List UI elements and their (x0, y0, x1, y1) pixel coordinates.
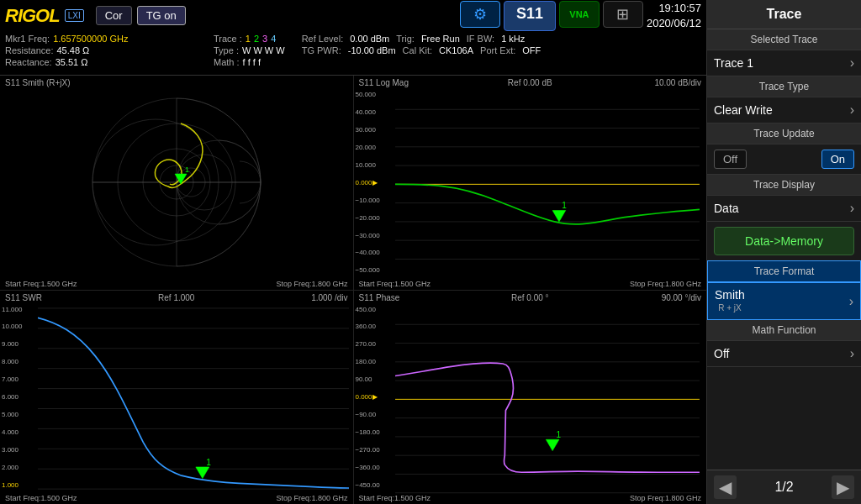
trig-label: Trig: (396, 34, 415, 44)
tg-pwr-value: -10.00 dBm (348, 45, 396, 55)
smith-start-freq: Start Freq:1.500 GHz (5, 280, 77, 288)
selected-trace-arrow: › (850, 55, 854, 71)
reactance-value: 35.51 Ω (55, 57, 88, 67)
trace-format-section: Trace Format (707, 260, 861, 282)
lxi-badge: LXI (65, 9, 84, 22)
smith-chart-panel: S11 Smith (R+jX) Start Freq:1.500 GHz St… (0, 76, 353, 290)
page-indicator: 1/2 (774, 480, 793, 495)
resistance-label: Resistance: (5, 45, 53, 55)
trace-display-item[interactable]: Data › (707, 196, 861, 222)
trace-type-arrow: › (850, 102, 854, 118)
selected-trace-value: Trace 1 (714, 56, 753, 70)
math-label: Math : (214, 57, 240, 67)
logmag-scale: 10.00 dB/div (654, 78, 701, 87)
swr-yaxis: 11.00010.0009.0008.0007.000 6.0005.0004.… (2, 306, 22, 490)
settings-icon-button[interactable]: ⚙ (460, 1, 500, 28)
phase-ref: Ref 0.00 ° (511, 293, 549, 302)
page-prev-button[interactable]: ◀ (714, 475, 737, 499)
swr-scale: 1.000 /div (311, 293, 347, 302)
trace-display-section: Trace Display (707, 175, 861, 196)
port-ext-label: Port Ext: (480, 45, 515, 55)
trace-update-row: Off On (707, 144, 861, 175)
trace-format-item[interactable]: Smith R + jX › (707, 282, 861, 320)
phase-yaxis: 450.00360.00270.00180.0090.00 0.000▶−90.… (356, 306, 380, 490)
svg-marker-48 (546, 439, 559, 450)
smith-stop-freq: Stop Freq:1.800 GHz (276, 280, 347, 288)
logo: RIGOL (5, 5, 60, 27)
ref-level-label: Ref Level: (302, 34, 344, 44)
right-panel-footer: ◀ 1/2 ▶ (707, 470, 861, 504)
phase-scale: 90.00 °/div (662, 293, 701, 302)
trace1-num: 1 (246, 34, 251, 44)
logmag-yaxis: 50.00040.00030.00020.00010.000 0.000▶−10… (356, 91, 380, 275)
data-memory-button[interactable]: Data->Memory (714, 227, 854, 255)
s11-badge[interactable]: S11 (504, 1, 556, 31)
page-next-button[interactable]: ▶ (832, 475, 854, 499)
trace-update-section: Trace Update (707, 123, 861, 144)
swr-ref: Ref 1.000 (158, 293, 194, 302)
tg-pwr-label: TG PWR: (302, 45, 341, 55)
trace4-num: 4 (271, 34, 276, 44)
trace-format-sub: R + jX (715, 302, 745, 314)
svg-text:1: 1 (206, 457, 211, 466)
cal-kit-label: Cal Kit: (403, 45, 432, 55)
port-ext-value: OFF (522, 45, 541, 55)
selected-trace-item[interactable]: Trace 1 › (707, 50, 861, 76)
type-vals: W W W W (242, 45, 285, 55)
cal-kit-value: CK106A (439, 45, 473, 55)
settings-icon: ⚙ (473, 5, 487, 24)
if-bw-value: 1 kHz (501, 34, 525, 44)
cor-button[interactable]: Cor (96, 6, 132, 25)
phase-title: S11 Phase (359, 293, 400, 302)
swr-title: S11 SWR (5, 293, 42, 302)
math-vals: f f f f (243, 57, 261, 67)
right-panel-title: Trace (707, 0, 861, 29)
logmag-title: S11 Log Mag (359, 78, 409, 87)
resistance-value: 45.48 Ω (56, 45, 89, 55)
trace-update-on-button[interactable]: On (821, 150, 854, 169)
trace-display-value: Data (714, 202, 739, 215)
trig-value: Free Run (421, 34, 460, 44)
grid-icon: ⊞ (616, 5, 629, 24)
ref-level-value: 0.00 dBm (350, 34, 389, 44)
logmag-chart-panel: S11 Log Mag Ref 0.00 dB 10.00 dB/div Sta… (354, 76, 707, 290)
svg-text:1: 1 (562, 201, 567, 210)
trace3-num: 3 (262, 34, 267, 44)
trace-format-arrow: › (849, 294, 853, 309)
swr-chart-panel: S11 SWR Ref 1.000 1.000 /div Start Freq:… (0, 291, 353, 505)
svg-text:1: 1 (556, 430, 561, 439)
vna-badge[interactable]: VNA (559, 1, 600, 28)
mkr1-freq-label: Mkr1 Freq: (5, 34, 50, 44)
tg-on-button[interactable]: TG on (137, 6, 186, 25)
math-function-value: Off (714, 347, 729, 360)
trace-label: Trace : (214, 34, 242, 44)
trace-type-item[interactable]: Clear Write › (707, 97, 861, 123)
svg-marker-36 (196, 466, 209, 478)
trace-type-section: Trace Type (707, 76, 861, 97)
mkr1-freq-value: 1.657500000 GHz (53, 34, 128, 44)
svg-text:1: 1 (185, 165, 189, 174)
date-display: 2020/06/12 (647, 16, 701, 31)
if-bw-label: IF BW: (467, 34, 494, 44)
datetime-display: 19:10:57 2020/06/12 (647, 1, 701, 31)
type-label: Type : (214, 45, 239, 55)
trace-display-arrow: › (850, 201, 854, 216)
grid-icon-button[interactable]: ⊞ (603, 1, 643, 28)
reactance-label: Reactance: (5, 57, 52, 67)
svg-marker-23 (552, 211, 566, 222)
trace-format-value: Smith (715, 288, 745, 302)
trace-type-value: Clear Write (714, 103, 773, 117)
logmag-ref: Ref 0.00 dB (508, 78, 552, 87)
smith-chart-title: S11 Smith (R+jX) (5, 78, 71, 87)
time-display: 19:10:57 (647, 1, 701, 16)
trace-update-off-button[interactable]: Off (714, 150, 747, 169)
selected-trace-section: Selected Trace (707, 29, 861, 50)
math-function-item[interactable]: Off › (707, 341, 861, 367)
phase-chart-panel: S11 Phase Ref 0.00 ° 90.00 °/div Start F… (354, 291, 707, 505)
math-function-arrow: › (850, 346, 854, 361)
right-panel: Trace Selected Trace Trace 1 › Trace Typ… (706, 0, 861, 504)
math-function-section: Math Function (707, 320, 861, 341)
trace2-num: 2 (254, 34, 259, 44)
